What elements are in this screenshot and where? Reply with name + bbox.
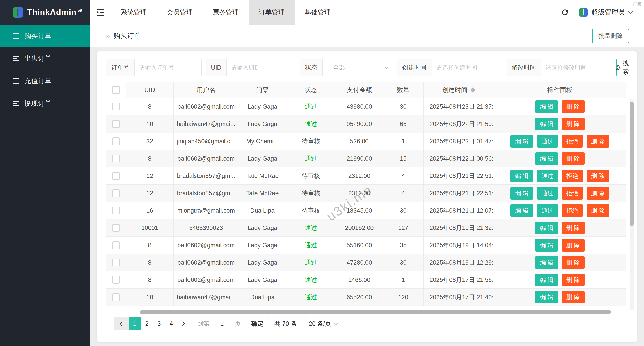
- status-select[interactable]: -- 全部 --: [323, 59, 393, 76]
- delete-button[interactable]: 删 除: [586, 204, 609, 217]
- delete-button[interactable]: 删 除: [586, 187, 609, 199]
- row-checkbox[interactable]: [112, 189, 120, 197]
- reject-button[interactable]: 拒绝: [562, 135, 583, 148]
- cell-username: baif0602@gmail.com: [174, 98, 239, 115]
- edit-button[interactable]: 编 辑: [535, 239, 558, 252]
- page-size-select[interactable]: 20 条/页: [304, 317, 342, 330]
- reject-button[interactable]: 拒绝: [562, 187, 583, 199]
- row-checkbox[interactable]: [112, 103, 120, 110]
- delete-button[interactable]: 删 除: [562, 239, 584, 252]
- page-button-4[interactable]: 4: [165, 317, 177, 330]
- edit-button[interactable]: 编 辑: [535, 274, 558, 286]
- delete-button[interactable]: 删 除: [562, 256, 584, 269]
- edit-button[interactable]: 编 辑: [535, 118, 558, 130]
- delete-button[interactable]: 删 除: [562, 100, 584, 113]
- row-checkbox-cell: [106, 219, 126, 237]
- cell-ticket: Lady Gaga: [239, 271, 286, 289]
- sidebar-item-recharge-orders[interactable]: 充值订单: [0, 70, 90, 92]
- edit-button[interactable]: 编 辑: [510, 170, 533, 182]
- goto-page-input[interactable]: [213, 317, 231, 330]
- row-checkbox[interactable]: [112, 224, 120, 232]
- delete-button[interactable]: 删 除: [562, 274, 584, 286]
- row-checkbox[interactable]: [112, 259, 120, 266]
- sidebar-item-sell-orders[interactable]: 出售订单: [0, 47, 90, 70]
- status-badge: 待审核: [286, 202, 336, 219]
- delete-button[interactable]: 删 除: [586, 135, 609, 148]
- edit-button[interactable]: 编 辑: [535, 256, 558, 269]
- modified-time-input[interactable]: [541, 59, 612, 76]
- edit-button[interactable]: 编 辑: [535, 222, 558, 234]
- row-checkbox[interactable]: [112, 138, 120, 145]
- row-checkbox[interactable]: [112, 155, 120, 163]
- search-button[interactable]: 搜 索: [616, 59, 630, 76]
- approve-button[interactable]: 通过: [537, 187, 558, 199]
- sort-control[interactable]: [471, 87, 475, 93]
- sidebar-collapse-icon[interactable]: [90, 0, 111, 24]
- cell-username: baif0602@gmail.com: [174, 271, 239, 289]
- breadcrumb-separator-icon: »: [106, 32, 110, 40]
- filter-modified-label: 修改时间: [506, 59, 541, 76]
- delete-button[interactable]: 删 除: [562, 152, 584, 165]
- nav-item-basic[interactable]: 基础管理: [295, 0, 341, 24]
- delete-button[interactable]: 删 除: [562, 222, 584, 234]
- select-all-checkbox[interactable]: [112, 86, 120, 94]
- row-checkbox[interactable]: [112, 276, 120, 284]
- refresh-icon[interactable]: [561, 8, 569, 17]
- data-card: 订单号 UID 状态 -- 全部 -- 创建时间: [97, 51, 637, 342]
- row-checkbox[interactable]: [112, 207, 120, 214]
- filter-status: 状态 -- 全部 --: [300, 59, 393, 76]
- sidebar-item-withdraw-orders[interactable]: 提现订单: [0, 92, 90, 115]
- prev-page-button[interactable]: [114, 317, 129, 330]
- delete-button[interactable]: 删 除: [562, 291, 584, 304]
- cell-created-time: 2025年08月19日 12:29:3: [424, 254, 494, 271]
- row-checkbox[interactable]: [112, 241, 120, 249]
- edit-button[interactable]: 编 辑: [535, 291, 558, 304]
- edit-button[interactable]: 编 辑: [535, 100, 558, 113]
- row-actions: 编 辑通过拒绝删 除: [494, 133, 626, 150]
- cell-username: 6465390023: [174, 219, 239, 237]
- column-header-qty: 数量: [383, 82, 424, 98]
- edit-button[interactable]: 编 辑: [535, 152, 558, 165]
- sidebar-item-buy-orders[interactable]: 购买订单: [0, 25, 90, 47]
- row-actions: 编 辑通过拒绝删 除: [494, 167, 626, 185]
- content-area: 订单号 UID 状态 -- 全部 -- 创建时间: [90, 47, 644, 346]
- horizontal-scrollbar-thumb[interactable]: [140, 311, 611, 314]
- page-button-2[interactable]: 2: [141, 317, 153, 330]
- brand-logo-icon: [12, 7, 23, 17]
- nav-item-system[interactable]: 系统管理: [111, 0, 157, 24]
- approve-button[interactable]: 通过: [537, 204, 558, 217]
- next-page-button[interactable]: [177, 317, 190, 330]
- row-checkbox[interactable]: [112, 120, 120, 128]
- batch-delete-button[interactable]: 批量删除: [592, 28, 629, 43]
- status-badge: 待审核: [286, 167, 336, 185]
- table-row: 16 mlongtra@gmail.com Dua Lipa 待审核 18345…: [106, 202, 628, 219]
- confirm-button[interactable]: 确定: [246, 317, 269, 330]
- page-button-3[interactable]: 3: [153, 317, 165, 330]
- page-button-1[interactable]: 1: [129, 317, 141, 330]
- row-checkbox[interactable]: [112, 172, 120, 180]
- vertical-scrollbar-thumb[interactable]: [630, 102, 634, 226]
- created-time-input[interactable]: [432, 59, 502, 76]
- approve-button[interactable]: 通过: [537, 170, 558, 182]
- row-checkbox-cell: [106, 237, 126, 254]
- user-avatar: [579, 8, 588, 17]
- approve-button[interactable]: 通过: [537, 135, 558, 148]
- cell-uid: 8: [126, 237, 174, 254]
- reject-button[interactable]: 拒绝: [562, 170, 583, 182]
- delete-button[interactable]: 删 除: [562, 118, 584, 130]
- reject-button[interactable]: 拒绝: [562, 204, 583, 217]
- order-no-input[interactable]: [134, 59, 202, 76]
- user-menu[interactable]: 超级管理员: [579, 8, 632, 17]
- delete-button[interactable]: 删 除: [586, 170, 609, 182]
- filter-modified-time: 修改时间: [506, 59, 612, 76]
- nav-item-member[interactable]: 会员管理: [157, 0, 203, 24]
- edit-button[interactable]: 编 辑: [510, 135, 533, 148]
- nav-item-order[interactable]: 订单管理: [249, 0, 295, 24]
- cell-uid: 8: [126, 271, 174, 289]
- row-checkbox[interactable]: [112, 293, 120, 301]
- search-icon: [617, 65, 620, 70]
- edit-button[interactable]: 编 辑: [510, 187, 533, 199]
- nav-item-ticket[interactable]: 票务管理: [203, 0, 249, 24]
- edit-button[interactable]: 编 辑: [510, 204, 533, 217]
- uid-input[interactable]: [227, 59, 296, 76]
